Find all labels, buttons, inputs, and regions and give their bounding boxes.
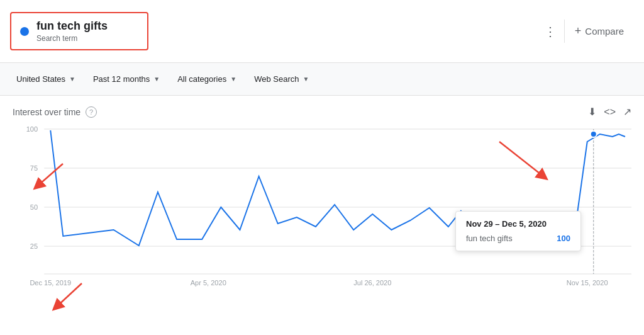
- svg-text:25: 25: [30, 242, 38, 250]
- arrow-nov-peak: [493, 135, 556, 186]
- share-button[interactable]: ↗: [623, 106, 631, 118]
- region-chevron-icon: ▼: [69, 76, 75, 82]
- svg-text:Jul 26, 2020: Jul 26, 2020: [353, 279, 391, 287]
- time-range-filter[interactable]: Past 12 months ▼: [87, 71, 166, 88]
- search-type-label: Web Search: [254, 74, 299, 84]
- svg-line-17: [57, 283, 82, 307]
- embed-button[interactable]: <>: [604, 106, 616, 118]
- more-options-button[interactable]: ⋮: [536, 19, 564, 44]
- svg-text:50: 50: [30, 203, 38, 211]
- svg-line-15: [38, 164, 63, 186]
- svg-point-14: [591, 131, 597, 137]
- categories-label: All categories: [177, 74, 226, 84]
- svg-text:Apr 5, 2020: Apr 5, 2020: [191, 279, 226, 287]
- search-term-subtitle: Search term: [36, 34, 108, 43]
- download-button[interactable]: ⬇: [588, 106, 596, 118]
- compare-plus-icon: +: [575, 25, 582, 38]
- search-type-chevron-icon: ▼: [303, 76, 309, 82]
- chart-container: 100 75 50 25 Dec 15, 2019 Apr 5, 2020 Ju…: [13, 123, 631, 312]
- term-indicator-dot: [20, 27, 29, 36]
- arrow-xaxis-dec: [50, 280, 88, 312]
- categories-chevron-icon: ▼: [230, 76, 236, 82]
- tooltip-term: fun tech gifts: [466, 234, 513, 243]
- svg-text:Nov 15, 2020: Nov 15, 2020: [567, 279, 608, 287]
- categories-filter[interactable]: All categories ▼: [171, 71, 243, 88]
- compare-label: Compare: [585, 26, 624, 37]
- search-type-filter[interactable]: Web Search ▼: [248, 71, 315, 88]
- region-filter[interactable]: United States ▼: [10, 71, 82, 88]
- search-term-text: fun tech gifts Search term: [36, 20, 108, 43]
- chart-section: Interest over time ? ⬇ <> ↗ 100 75 50 25: [0, 96, 644, 312]
- region-label: United States: [16, 74, 65, 84]
- time-range-chevron-icon: ▼: [153, 76, 160, 82]
- search-term-title: fun tech gifts: [36, 20, 108, 33]
- svg-line-16: [499, 142, 543, 176]
- chart-title-row: Interest over time ?: [13, 106, 97, 118]
- time-range-label: Past 12 months: [93, 74, 150, 84]
- chart-header: Interest over time ? ⬇ <> ↗: [13, 106, 631, 118]
- top-bar: fun tech gifts Search term ⋮ + Compare: [0, 0, 644, 63]
- tooltip-value: 100: [557, 234, 570, 243]
- chart-title: Interest over time: [13, 107, 80, 117]
- help-icon[interactable]: ?: [86, 106, 97, 118]
- search-term-box: fun tech gifts Search term: [10, 12, 148, 50]
- chart-actions: ⬇ <> ↗: [588, 106, 631, 118]
- svg-text:100: 100: [26, 125, 38, 133]
- tooltip-row: fun tech gifts 100: [466, 234, 570, 243]
- filter-bar: United States ▼ Past 12 months ▼ All cat…: [0, 63, 644, 96]
- arrow-dec-peak: [31, 161, 69, 192]
- compare-button[interactable]: + Compare: [564, 20, 634, 43]
- tooltip-date: Nov 29 – Dec 5, 2020: [466, 219, 570, 229]
- chart-tooltip: Nov 29 – Dec 5, 2020 fun tech gifts 100: [455, 211, 581, 251]
